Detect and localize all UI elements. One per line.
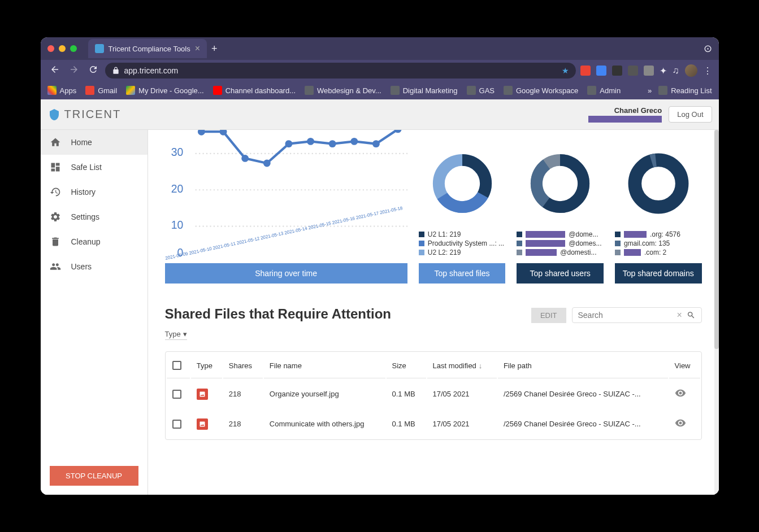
- svg-point-11: [241, 154, 249, 162]
- user-redacted-bar: [588, 116, 662, 123]
- edit-button[interactable]: EDIT: [531, 308, 566, 323]
- app-body: Home Safe List History Settings Cleanup: [41, 130, 719, 495]
- cell-filename: Communicate with others.jpg: [264, 409, 385, 438]
- extension-icon[interactable]: [596, 66, 606, 76]
- row-checkbox[interactable]: [172, 420, 181, 429]
- sidebar-item-safelist[interactable]: Safe List: [41, 155, 148, 180]
- bookmark-admin[interactable]: Admin: [587, 86, 621, 95]
- col-shares[interactable]: Shares: [223, 353, 263, 378]
- col-type[interactable]: Type: [191, 353, 222, 378]
- user-avatar[interactable]: [685, 64, 697, 77]
- youtube-icon: [213, 86, 222, 95]
- chart-legend: U2 L1: 219 Productivity System ...: ... …: [419, 230, 506, 259]
- chart-button-domains[interactable]: Top shared domains: [615, 263, 702, 284]
- svg-point-9: [197, 130, 205, 135]
- view-icon[interactable]: [675, 417, 686, 429]
- col-filename[interactable]: File name: [264, 353, 385, 378]
- extension-icons: ✦ ♫ ⋮: [580, 64, 712, 77]
- donut-chart-icon: [431, 152, 493, 215]
- view-icon[interactable]: [675, 387, 686, 399]
- browser-menu-button[interactable]: ⋮: [703, 66, 712, 76]
- extension-icon[interactable]: [580, 66, 591, 76]
- drive-icon: [126, 86, 135, 95]
- extension-icon[interactable]: [612, 66, 622, 76]
- extension-icon[interactable]: [644, 66, 654, 76]
- col-modified[interactable]: Last modified↓: [427, 353, 497, 378]
- scrollbar[interactable]: [714, 130, 719, 495]
- logout-button[interactable]: Log Out: [669, 106, 712, 123]
- search-icon[interactable]: [687, 310, 696, 320]
- chart-button-users[interactable]: Top shared users: [517, 263, 604, 284]
- sidebar-item-home[interactable]: Home: [41, 130, 148, 155]
- extensions-menu-icon[interactable]: ✦: [660, 66, 667, 76]
- chevron-down-icon: ▾: [183, 330, 187, 338]
- app-logo[interactable]: TRICENT: [47, 108, 122, 121]
- settings-icon: [50, 211, 61, 223]
- browser-tab[interactable]: Tricent Compliance Tools ×: [88, 39, 207, 58]
- bookmark-star-icon[interactable]: ★: [562, 66, 569, 75]
- bookmark-drive[interactable]: My Drive - Google...: [126, 86, 204, 95]
- search-input[interactable]: [578, 311, 677, 320]
- cell-shares: 218: [223, 409, 263, 438]
- type-filter-dropdown[interactable]: Type ▾: [165, 330, 187, 340]
- bookmark-digital-marketing[interactable]: Digital Marketing: [391, 86, 458, 95]
- svg-point-15: [328, 140, 336, 147]
- section-title: Shared Files that Require Attention: [165, 306, 392, 322]
- stop-cleanup-button[interactable]: STOP CLEANUP: [50, 466, 138, 486]
- extension-icon[interactable]: [628, 66, 638, 76]
- col-view[interactable]: View: [669, 353, 700, 378]
- chart-button-files[interactable]: Top shared files: [419, 263, 506, 284]
- user-info: Chanel Greco Log Out: [588, 106, 712, 123]
- svg-point-17: [372, 140, 379, 147]
- bookmark-channel[interactable]: Channel dashboard...: [213, 86, 296, 95]
- folder-icon: [391, 86, 400, 95]
- user-name: Chanel Greco: [614, 106, 662, 115]
- maximize-window-button[interactable]: [70, 45, 77, 52]
- cell-modified: 17/05 2021: [427, 409, 497, 438]
- bookmark-workspace[interactable]: Google Workspace: [504, 86, 578, 95]
- table-row: 218 Organize yourself.jpg 0.1 MB 17/05 2…: [167, 380, 700, 408]
- bookmark-gas[interactable]: GAS: [467, 86, 495, 95]
- browser-window: Tricent Compliance Tools × + ⊙ app.trice…: [41, 37, 719, 495]
- sort-desc-icon: ↓: [479, 361, 483, 370]
- col-size[interactable]: Size: [387, 353, 426, 378]
- reading-list-button[interactable]: Reading List: [658, 86, 712, 95]
- row-checkbox[interactable]: [172, 390, 181, 399]
- profile-menu-button[interactable]: ⊙: [704, 42, 712, 55]
- bookmark-gmail[interactable]: Gmail: [85, 86, 117, 95]
- select-all-checkbox[interactable]: [172, 361, 181, 370]
- back-button[interactable]: [47, 62, 62, 79]
- forward-button[interactable]: [67, 62, 81, 79]
- favicon-icon: [95, 44, 104, 53]
- new-tab-button[interactable]: +: [211, 43, 218, 55]
- image-file-icon: [197, 389, 208, 400]
- donut-chart-icon: [529, 152, 591, 215]
- bookmark-webdesign[interactable]: Webdesign & Dev...: [305, 86, 381, 95]
- sidebar-item-settings[interactable]: Settings: [41, 204, 148, 229]
- table-header-row: Type Shares File name Size Last modified…: [167, 353, 700, 378]
- svg-text:30: 30: [171, 146, 183, 158]
- sidebar-item-cleanup[interactable]: Cleanup: [41, 229, 148, 254]
- sidebar-item-history[interactable]: History: [41, 180, 148, 204]
- reload-button[interactable]: [86, 62, 101, 79]
- tab-title: Tricent Compliance Tools: [109, 45, 190, 53]
- list-icon: [658, 86, 667, 95]
- close-tab-button[interactable]: ×: [195, 43, 200, 54]
- svg-text:10: 10: [171, 219, 183, 230]
- logo-text: TRICENT: [64, 108, 122, 121]
- bookmark-overflow-button[interactable]: »: [648, 86, 652, 95]
- cleanup-icon: [50, 236, 61, 247]
- svg-point-13: [285, 140, 292, 147]
- close-window-button[interactable]: [47, 45, 54, 52]
- minimize-window-button[interactable]: [59, 45, 66, 52]
- sidebar-item-users[interactable]: Users: [41, 254, 148, 279]
- clear-search-button[interactable]: ×: [677, 310, 682, 320]
- donut-chart-icon: [627, 152, 689, 215]
- folder-icon: [305, 86, 314, 95]
- url-text: app.tricent.com: [124, 66, 179, 75]
- col-path[interactable]: File path: [498, 353, 668, 378]
- music-icon[interactable]: ♫: [673, 66, 679, 76]
- address-bar[interactable]: app.tricent.com ★: [105, 63, 576, 79]
- table-row: 218 Communicate with others.jpg 0.1 MB 1…: [167, 409, 700, 438]
- bookmark-apps[interactable]: Apps: [47, 86, 77, 95]
